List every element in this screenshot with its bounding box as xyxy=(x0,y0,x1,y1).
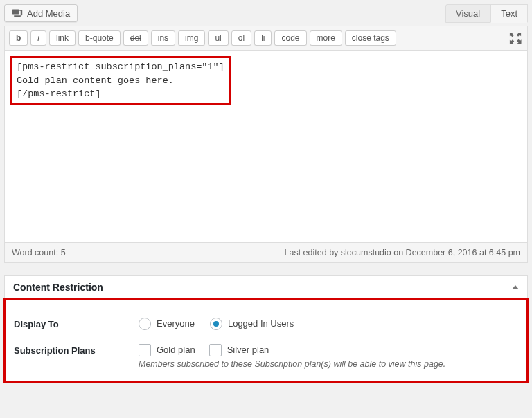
checkbox-icon xyxy=(139,344,151,356)
qt-close-button[interactable]: close tags xyxy=(345,30,396,46)
radio-logged-in[interactable]: Logged In Users xyxy=(210,318,294,330)
qt-italic-button[interactable]: i xyxy=(30,30,46,46)
editor-mode-tabs: Visual Text xyxy=(4,4,528,23)
quicktags-toolbar: b i link b-quote del ins img ul ol li co… xyxy=(5,26,527,51)
media-icon xyxy=(12,8,23,19)
word-count: Word count: 5 xyxy=(12,248,66,257)
svg-point-0 xyxy=(13,10,15,11)
plans-description: Members subscribed to these Subscription… xyxy=(139,359,518,369)
qt-del-button[interactable]: del xyxy=(123,30,148,46)
editor-blank-space xyxy=(10,105,522,237)
radio-label: Everyone xyxy=(157,318,195,329)
qt-ol-button[interactable]: ol xyxy=(231,30,251,46)
display-to-label: Display To xyxy=(14,318,139,329)
plans-label: Subscription Plans xyxy=(14,344,139,356)
checkbox-silver[interactable]: Silver plan xyxy=(209,344,269,356)
radio-icon xyxy=(210,318,222,330)
tab-visual[interactable]: Visual xyxy=(445,4,490,23)
metabox-header[interactable]: Content Restriction xyxy=(5,276,527,299)
qt-bquote-button[interactable]: b-quote xyxy=(78,30,121,46)
checkbox-label: Silver plan xyxy=(227,345,269,355)
code-line: [/pms-restrict] xyxy=(17,87,224,101)
add-media-label: Add Media xyxy=(27,8,70,19)
content-highlight: [pms-restrict subscription_plans="1"] Go… xyxy=(10,56,231,105)
code-line: Gold plan content goes here. xyxy=(17,74,224,88)
radio-everyone[interactable]: Everyone xyxy=(139,318,195,330)
code-line: [pms-restrict subscription_plans="1"] xyxy=(17,60,224,74)
qt-link-button[interactable]: link xyxy=(49,30,76,46)
metabox-title: Content Restriction xyxy=(13,282,103,293)
subscription-plans-row: Subscription Plans Gold plan Silver plan… xyxy=(14,334,518,373)
checkbox-gold[interactable]: Gold plan xyxy=(139,344,195,356)
editor-textarea[interactable]: [pms-restrict subscription_plans="1"] Go… xyxy=(5,51,527,242)
collapse-icon xyxy=(512,285,519,289)
last-edited: Last edited by slocumstudio on December … xyxy=(285,248,520,257)
qt-code-button[interactable]: code xyxy=(274,30,306,46)
editor-container: b i link b-quote del ins img ul ol li co… xyxy=(4,26,528,263)
radio-label: Logged In Users xyxy=(228,318,294,329)
qt-img-button[interactable]: img xyxy=(178,30,205,46)
tab-text[interactable]: Text xyxy=(490,4,528,23)
qt-ins-button[interactable]: ins xyxy=(151,30,175,46)
qt-ul-button[interactable]: ul xyxy=(208,30,228,46)
display-to-row: Display To Everyone Logged In Users xyxy=(14,308,518,334)
content-restriction-metabox: Content Restriction Display To Everyone … xyxy=(4,275,528,383)
checkbox-icon xyxy=(209,344,222,356)
checkbox-label: Gold plan xyxy=(157,345,195,355)
radio-icon xyxy=(139,318,151,330)
qt-bold-button[interactable]: b xyxy=(9,30,28,46)
editor-status-bar: Word count: 5 Last edited by slocumstudi… xyxy=(5,242,527,262)
qt-li-button[interactable]: li xyxy=(254,30,272,46)
metabox-body: Display To Everyone Logged In Users xyxy=(3,298,529,383)
add-media-button[interactable]: Add Media xyxy=(4,4,78,22)
fullscreen-icon[interactable] xyxy=(508,30,523,46)
qt-more-button[interactable]: more xyxy=(310,30,342,46)
